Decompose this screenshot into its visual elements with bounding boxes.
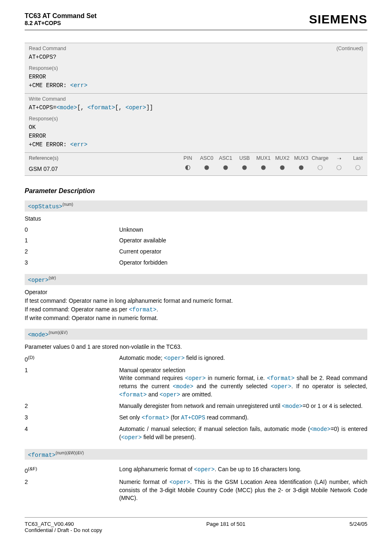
read-command-label: Read Command	[29, 46, 66, 51]
oper-param-body: Operator If test command: Operator name …	[25, 285, 367, 325]
err-param-link[interactable]: <err>	[70, 141, 88, 148]
read-response-label: Response(s)	[25, 64, 367, 72]
svg-point-1	[205, 166, 209, 170]
write-command-syntax: AT+COPS=<mode>[, <format>[, <oper>]]	[25, 104, 367, 114]
empty-circle-icon	[330, 164, 348, 174]
doc-title: TC63 AT Command Set	[25, 12, 97, 20]
footer-date: 5/24/05	[350, 521, 367, 533]
mode-link[interactable]: <mode>	[173, 383, 193, 390]
footer-divider	[25, 517, 367, 518]
table-row: 2 Numeric format of <oper>. This is the …	[25, 477, 367, 504]
text: AT+COPS=	[29, 104, 56, 111]
empty-circle-icon	[348, 164, 367, 174]
value-desc: Set only <format> (for AT+COPS read comm…	[119, 412, 367, 424]
value-key: 2	[25, 477, 119, 504]
format-link[interactable]: <format>	[119, 391, 147, 398]
value-desc: Numeric format of <oper>. This is the GS…	[119, 477, 367, 504]
oper-line: If read command: Operator name as per <f…	[25, 306, 367, 314]
text: . Can be up to 16 characters long.	[215, 466, 302, 472]
oper-param-header: <oper>(str)	[25, 274, 367, 285]
value-key: 4	[25, 424, 119, 443]
format-param-sup: (num)(&W)(&V)	[55, 451, 84, 455]
ref-col-asc0: ASC0	[197, 153, 216, 164]
text: in numeric format, i.e.	[206, 375, 267, 381]
write-command-label-row: Write Command	[25, 94, 367, 104]
text: shall be 2.	[295, 375, 324, 381]
value-key: 2	[25, 246, 119, 257]
text: (for	[169, 414, 181, 421]
text: .	[157, 306, 158, 313]
svg-point-6	[299, 166, 304, 170]
doc-subtitle: 8.2 AT+COPS	[25, 20, 97, 26]
text: Long alphanumeric format of	[119, 466, 194, 472]
format-link[interactable]: <format>	[141, 415, 169, 421]
reference-name: GSM 07.07	[25, 164, 178, 174]
format-param-header: <format>(num)(&W)(&V)	[25, 449, 367, 460]
write-response-line: OK	[29, 123, 363, 132]
text: 0	[25, 467, 28, 474]
read-response-line: +CME ERROR: <err>	[29, 81, 363, 90]
format-param-link[interactable]: <format>	[88, 104, 115, 111]
oper-link[interactable]: <oper>	[159, 391, 180, 398]
text: +CME ERROR:	[29, 82, 70, 89]
write-command-label: Write Command	[29, 96, 66, 102]
oper-link[interactable]: <oper>	[121, 434, 142, 441]
mode-link[interactable]: <mode>	[282, 403, 302, 410]
text: Write command requires	[119, 375, 185, 381]
read-response-line: ERROR	[29, 73, 363, 81]
mode-intro: Parameter values 0 and 1 are stored non-…	[25, 343, 367, 351]
svg-point-9	[356, 166, 360, 170]
ref-col-usb: USB	[235, 153, 254, 164]
mode-values-table: 0(D) Automatic mode; <oper> field is ign…	[25, 352, 367, 443]
svg-point-5	[280, 166, 285, 170]
format-link[interactable]: <format>	[267, 375, 295, 382]
atcops-link[interactable]: AT+COPS	[181, 415, 205, 421]
value-key: 0(&F)	[25, 464, 119, 477]
ref-col-charge: Charge	[311, 153, 330, 164]
write-command-block: Write Command AT+COPS=<mode>[, <format>[…	[25, 93, 367, 152]
text: are omitted.	[180, 391, 212, 398]
value-key: 0(D)	[25, 352, 119, 365]
oper-link[interactable]: <oper>	[185, 375, 205, 382]
oper-param-name: <oper>	[28, 277, 48, 283]
text: Set only	[119, 414, 141, 421]
header-left: TC63 AT Command Set 8.2 AT+COPS	[25, 12, 97, 26]
full-circle-icon	[197, 164, 216, 174]
table-row: 4 Automatic / manual selection; if manua…	[25, 424, 367, 443]
table-row: 0Unknown	[25, 224, 367, 235]
svg-point-2	[224, 166, 228, 170]
header-divider	[25, 30, 367, 30]
table-row: 2Current operator	[25, 246, 367, 257]
text: [,	[115, 104, 125, 111]
read-response-body: ERROR +CME ERROR: <err>	[25, 72, 367, 93]
table-row: 1Operator available	[25, 235, 367, 246]
page-header: TC63 AT Command Set 8.2 AT+COPS SIEMENS	[25, 12, 367, 26]
mode-param-name: <mode>	[28, 332, 48, 338]
format-values-table: 0(&F) Long alphanumeric format of <oper>…	[25, 464, 367, 503]
text: Manually deregister from network and rem…	[119, 403, 282, 409]
err-param-link[interactable]: <err>	[70, 82, 88, 89]
oper-link[interactable]: <oper>	[164, 355, 184, 362]
mode-link[interactable]: <mode>	[310, 426, 330, 433]
mode-param-link[interactable]: <mode>	[56, 104, 77, 111]
half-circle-icon	[178, 164, 197, 174]
oper-param-link[interactable]: <oper>	[125, 104, 146, 111]
opstatus-param-name: <opStatus>	[28, 203, 62, 210]
continued-label: (Continued)	[337, 46, 363, 51]
text: [,	[77, 104, 88, 111]
value-desc: Automatic / manual selection; if manual …	[119, 424, 367, 443]
oper-link[interactable]: <oper>	[169, 479, 190, 486]
empty-circle-icon	[311, 164, 330, 174]
oper-link[interactable]: <oper>	[194, 466, 214, 473]
write-response-line: ERROR	[29, 132, 363, 140]
write-response-label: Response(s)	[25, 114, 367, 122]
text: . If no operator is selected,	[291, 383, 367, 389]
format-link[interactable]: <format>	[129, 306, 157, 313]
svg-point-7	[318, 166, 323, 170]
text: and	[147, 391, 159, 398]
value-key-sup: (&F)	[28, 466, 37, 471]
text: and the currently selected	[194, 383, 271, 389]
format-param-body: 0(&F) Long alphanumeric format of <oper>…	[25, 460, 367, 505]
oper-link[interactable]: <oper>	[271, 383, 291, 390]
footer-confidential: Confidential / Draft - Do not copy	[25, 527, 102, 533]
